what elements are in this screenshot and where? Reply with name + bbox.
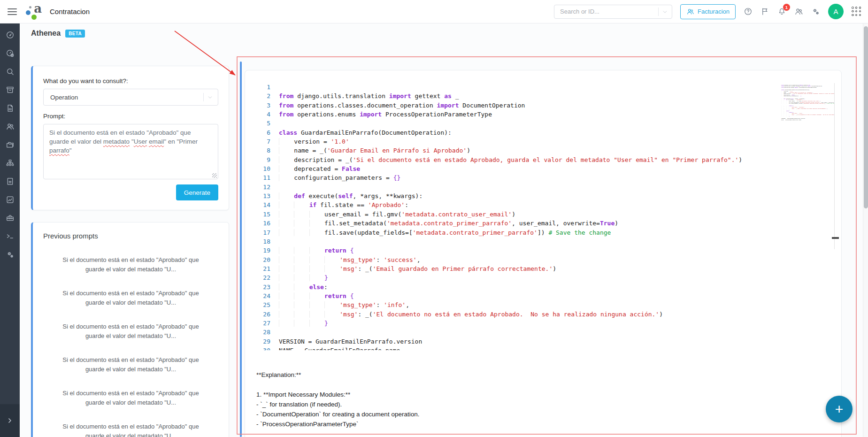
sidebar xyxy=(0,23,20,404)
code-right-edge xyxy=(834,83,835,249)
add-button[interactable]: + xyxy=(826,396,853,422)
app-window: a Contratacion Facturacion 1 A xyxy=(0,0,868,437)
line-number: 17 xyxy=(252,228,270,237)
misspelled-word: email xyxy=(149,138,164,145)
previous-prompts-list: Si el documento está en el estado "Aprob… xyxy=(43,255,218,437)
search-input[interactable] xyxy=(560,8,656,15)
settings-gears-icon[interactable] xyxy=(6,250,15,259)
generated-code-block[interactable]: 1 2from django.utils.translation import … xyxy=(252,77,838,350)
settings-gears-icon[interactable] xyxy=(811,7,820,16)
code-line: 7 version = '1.0' xyxy=(252,137,838,146)
code-line: 16 fil.set_metadata('metadata.contrato_p… xyxy=(252,219,838,228)
previous-prompts-title: Previous prompts xyxy=(43,232,218,240)
dashboard-icon[interactable] xyxy=(6,31,15,39)
generate-button[interactable]: Generate xyxy=(176,184,218,200)
folders-icon[interactable] xyxy=(6,140,15,149)
metrics-icon[interactable] xyxy=(6,49,15,58)
code-line: NAME = GuardarEmailEnParrafo.name xyxy=(781,119,834,121)
app-title: Contratacion xyxy=(50,8,90,15)
line-number: 21 xyxy=(252,264,270,273)
chevron-right-icon xyxy=(6,417,14,424)
line-number: 6 xyxy=(252,128,270,137)
chevron-down-icon xyxy=(207,94,213,100)
line-number: 12 xyxy=(252,183,270,192)
explanation-line: - `_` for translation (if needed). xyxy=(256,399,419,409)
help-icon[interactable] xyxy=(744,7,753,16)
explanation-line xyxy=(256,429,419,437)
code-line: 13 def execute(self, *args, **kwargs): xyxy=(252,192,838,200)
line-number: 16 xyxy=(252,219,270,228)
archive-icon[interactable] xyxy=(6,85,15,94)
chevron-down-icon[interactable] xyxy=(662,8,668,15)
code-line: 1 xyxy=(252,83,838,92)
line-number: 26 xyxy=(252,310,270,319)
line-number: 18 xyxy=(252,237,270,246)
apps-grid-icon[interactable] xyxy=(852,7,861,16)
flag-icon[interactable] xyxy=(760,7,769,16)
facturacion-label: Facturacion xyxy=(698,8,730,15)
explanation-text: **Explanation:**1. **Import Necessary Mo… xyxy=(256,370,419,437)
terminal-icon[interactable] xyxy=(6,232,15,241)
previous-prompt-item[interactable]: Si el documento está en el estado "Aprob… xyxy=(52,289,210,307)
notification-badge: 1 xyxy=(783,4,790,11)
search-icon[interactable] xyxy=(6,67,15,76)
line-number: 5 xyxy=(252,119,270,128)
previous-prompt-item[interactable]: Si el documento está en el estado "Aprob… xyxy=(52,255,210,274)
logo-dot-green xyxy=(31,15,37,20)
line-number: 30 xyxy=(252,346,270,350)
chart-icon[interactable] xyxy=(6,195,15,204)
users-icon[interactable] xyxy=(6,122,15,131)
search-divider xyxy=(658,8,659,16)
scrollbar-handle[interactable] xyxy=(832,237,839,239)
code-line: 24 return { xyxy=(252,291,838,300)
scrollbar-thumb[interactable] xyxy=(864,26,868,208)
consult-question-label: What do you want to consult?: xyxy=(43,77,218,84)
consult-type-select[interactable]: Operation xyxy=(43,89,218,106)
line-number: 19 xyxy=(252,246,270,255)
facturacion-button[interactable]: Facturacion xyxy=(680,4,736,19)
code-line: 18 xyxy=(252,237,838,246)
prompt-text: " xyxy=(130,138,134,145)
logo-dot-blue xyxy=(26,10,31,15)
code-line: 9 description = _('Si el documento está … xyxy=(252,155,838,164)
document-icon[interactable] xyxy=(6,177,15,186)
app-logo[interactable]: a xyxy=(25,3,42,21)
line-number: 9 xyxy=(252,155,270,164)
bell-icon[interactable]: 1 xyxy=(777,7,786,16)
previous-prompt-item[interactable]: Si el documento está en el estado "Aprob… xyxy=(52,322,210,341)
code-line: 29VERSION = GuardarEmailEnParrafo.versio… xyxy=(252,337,838,346)
line-number: 13 xyxy=(252,192,270,200)
sidebar-expand-button[interactable] xyxy=(0,404,20,437)
logo-letter: a xyxy=(34,2,42,15)
select-value: Operation xyxy=(50,94,201,101)
toolbox-icon[interactable] xyxy=(6,214,15,222)
page-scrollbar[interactable] xyxy=(863,23,868,437)
line-number: 11 xyxy=(252,173,270,182)
code-minimap[interactable]: from django.utils.translation import get… xyxy=(781,83,834,126)
avatar[interactable]: A xyxy=(828,4,844,19)
file-code-icon[interactable] xyxy=(6,104,15,113)
people-icon[interactable] xyxy=(794,7,803,16)
menu-icon[interactable] xyxy=(8,8,17,15)
prompt-text: " xyxy=(69,147,72,154)
line-number: 23 xyxy=(252,283,270,291)
previous-prompt-item[interactable]: Si el documento está en el estado "Aprob… xyxy=(52,355,210,374)
previous-prompts-card: Previous prompts Si el documento está en… xyxy=(31,222,229,437)
code-line: 5 xyxy=(252,119,838,128)
sitemap-icon[interactable] xyxy=(6,159,15,168)
prompt-label: Prompt: xyxy=(43,113,218,120)
explanation-line: 1. **Import Necessary Modules:** xyxy=(256,390,419,399)
code-line: 27 } xyxy=(252,319,838,328)
select-divider xyxy=(203,93,204,101)
header-icon-group: 1 xyxy=(744,7,820,16)
prompt-textarea[interactable]: Si el documento está en el estado "Aprob… xyxy=(43,124,218,179)
explanation-line: - `ProcessOperationParameterType` xyxy=(256,419,419,429)
previous-prompt-item[interactable]: Si el documento está en el estado "Aprob… xyxy=(52,389,210,407)
code-line: 17 fil.save(update_fields=['metadata.con… xyxy=(252,228,838,237)
people-icon xyxy=(686,8,694,15)
line-number: 7 xyxy=(252,137,270,146)
previous-prompt-item[interactable]: Si el documento está en el estado "Aprob… xyxy=(52,422,210,437)
line-number: 27 xyxy=(252,319,270,328)
top-header: a Contratacion Facturacion 1 A xyxy=(0,0,868,23)
code-line: 2from django.utils.translation import ge… xyxy=(252,92,838,100)
